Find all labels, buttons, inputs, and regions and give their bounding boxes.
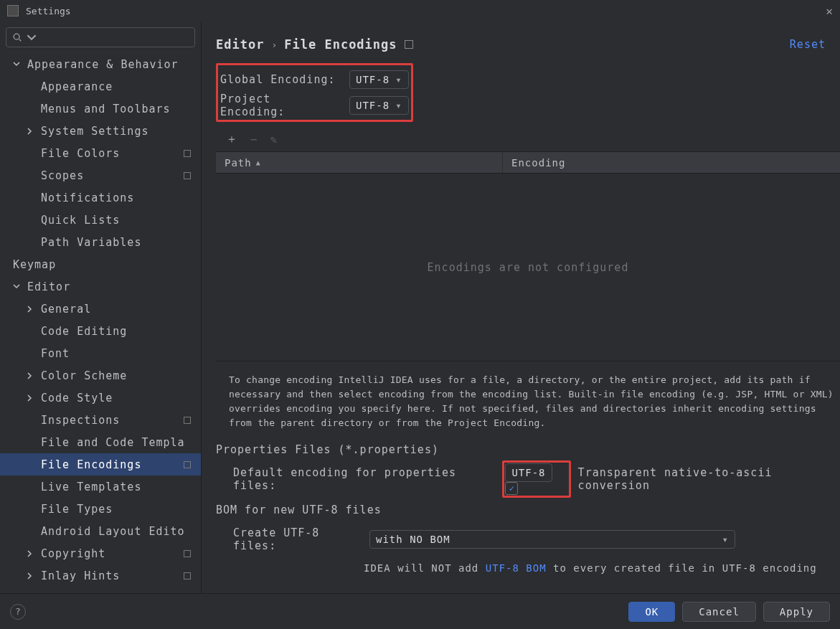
svg-point-0 [14, 34, 19, 39]
tree-item-path-variables[interactable]: Path Variables [0, 231, 201, 253]
tree-item-file-colors[interactable]: File Colors [0, 142, 201, 164]
tree-item-system-settings[interactable]: System Settings [0, 120, 201, 142]
cancel-button[interactable]: Cancel [682, 602, 756, 622]
settings-tree[interactable]: Appearance & BehaviorAppearanceMenus and… [0, 53, 201, 593]
expand-icon [27, 372, 37, 379]
sort-asc-icon: ▲ [256, 159, 261, 166]
transparent-ascii-label: Transparent native-to-ascii conversion [578, 466, 840, 492]
expand-icon [27, 306, 37, 313]
props-encoding-combo[interactable]: UTF-8 [505, 463, 552, 482]
tree-item-inlay-hints[interactable]: Inlay Hints [0, 564, 201, 587]
scope-badge-icon [184, 461, 191, 468]
expand-icon [27, 128, 37, 135]
scope-badge-icon [184, 150, 191, 157]
expand-icon [13, 283, 23, 290]
tree-item-code-style[interactable]: Code Style [0, 387, 201, 409]
chevron-down-icon [27, 32, 37, 42]
col-encoding[interactable]: Encoding [503, 152, 574, 173]
remove-icon: − [250, 133, 258, 146]
tree-item-appearance[interactable]: Appearance [0, 75, 201, 98]
chevron-down-icon: ▾ [395, 74, 402, 85]
chevron-down-icon: ▾ [395, 100, 402, 111]
tree-item-file-and-code-templa[interactable]: File and Code Templa [0, 431, 201, 453]
tree-item-font[interactable]: Font [0, 342, 201, 364]
bom-link[interactable]: UTF-8 BOM [486, 562, 547, 574]
tree-item-notifications[interactable]: Notifications [0, 186, 201, 209]
expand-icon [27, 394, 37, 402]
tree-item-file-types[interactable]: File Types [0, 498, 201, 520]
breadcrumb-sep: › [271, 39, 277, 50]
bom-section-title: BOM for new UTF-8 files [216, 503, 840, 516]
project-encoding-label: Project Encoding: [220, 93, 342, 118]
encodings-table-empty: Encodings are not configured [216, 174, 840, 361]
tree-item-appearance-behavior[interactable]: Appearance & Behavior [0, 53, 201, 75]
tree-item-android-layout-edito[interactable]: Android Layout Edito [0, 520, 201, 542]
tree-item-quick-lists[interactable]: Quick Lists [0, 209, 201, 231]
global-encoding-combo[interactable]: UTF-8 ▾ [349, 70, 409, 89]
bom-label: Create UTF-8 files: [233, 526, 362, 552]
window-title: Settings [26, 6, 71, 16]
tree-item-menus-and-toolbars[interactable]: Menus and Toolbars [0, 98, 201, 120]
apply-button[interactable]: Apply [763, 602, 830, 622]
highlight-encodings: Global Encoding: UTF-8 ▾ Project Encodin… [216, 63, 413, 122]
scope-badge-icon [184, 417, 191, 424]
tree-item-inspections[interactable]: Inspections [0, 409, 201, 431]
tree-item-editor[interactable]: Editor [0, 275, 201, 298]
chevron-down-icon: ▾ [722, 534, 729, 545]
bom-combo[interactable]: with NO BOM ▾ [369, 530, 735, 549]
breadcrumb-p1[interactable]: Editor [216, 37, 264, 52]
app-icon [7, 5, 19, 16]
properties-section-title: Properties Files (*.properties) [216, 443, 840, 456]
project-encoding-combo[interactable]: UTF-8 ▾ [349, 96, 409, 115]
ok-button[interactable]: OK [628, 602, 675, 622]
close-icon[interactable]: ✕ [826, 4, 833, 18]
highlight-props: UTF-8 ✓ [502, 460, 570, 498]
tree-item-live-templates[interactable]: Live Templates [0, 476, 201, 498]
col-path[interactable]: Path▲ [216, 152, 503, 173]
tree-item-code-editing[interactable]: Code Editing [0, 320, 201, 342]
global-encoding-label: Global Encoding: [220, 73, 342, 86]
info-text: To change encoding IntelliJ IDEA uses fo… [216, 361, 840, 439]
tree-item-keymap[interactable]: Keymap [0, 253, 201, 275]
scope-badge-icon [184, 572, 191, 580]
tree-item-scopes[interactable]: Scopes [0, 164, 201, 186]
scope-badge-icon [405, 40, 413, 49]
expand-icon [27, 550, 37, 557]
scope-badge-icon [184, 550, 191, 557]
help-button[interactable]: ? [10, 604, 26, 620]
edit-icon: ✎ [270, 133, 278, 146]
expand-icon [27, 572, 37, 580]
tree-item-file-encodings[interactable]: File Encodings [0, 453, 201, 476]
search-icon [12, 32, 22, 42]
expand-icon [13, 61, 23, 68]
tree-item-general[interactable]: General [0, 298, 201, 320]
add-icon[interactable]: ＋ [226, 132, 237, 147]
scope-badge-icon [184, 172, 191, 179]
search-input[interactable] [6, 27, 195, 47]
breadcrumb-p2: File Encodings [284, 37, 397, 52]
tree-item-copyright[interactable]: Copyright [0, 542, 201, 564]
transparent-ascii-checkbox[interactable]: ✓ [505, 482, 518, 495]
bom-note: IDEA will NOT add UTF-8 BOM to every cre… [216, 555, 840, 574]
props-encoding-label: Default encoding for properties files: [233, 466, 495, 492]
reset-link[interactable]: Reset [790, 38, 826, 51]
svg-line-1 [19, 39, 22, 42]
tree-item-color-scheme[interactable]: Color Scheme [0, 364, 201, 387]
